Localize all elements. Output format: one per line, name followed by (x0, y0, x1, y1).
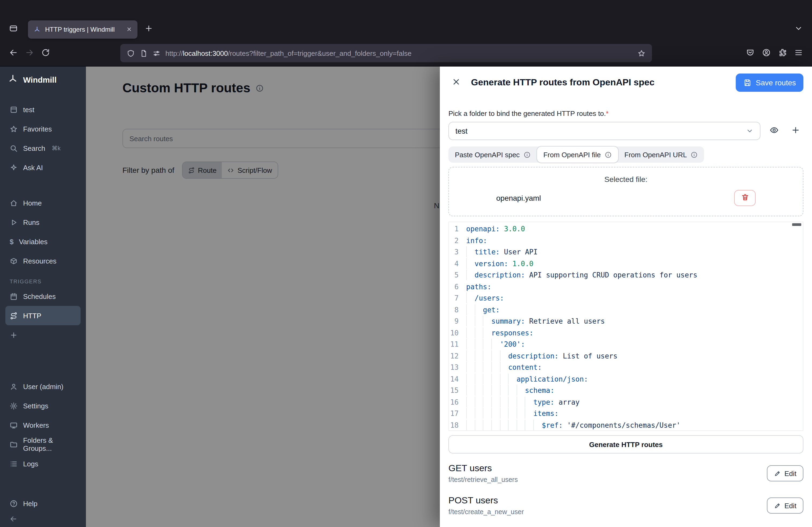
editor-scrollbar-thumb[interactable] (792, 223, 801, 226)
gear-icon (10, 402, 18, 410)
sidebar-item-schedules[interactable]: Schedules (5, 287, 81, 306)
pocket-button[interactable] (742, 45, 758, 61)
generate-routes-button[interactable]: Generate HTTP routes (448, 435, 803, 453)
code-line: 18$ref: '#/components/schemas/User' (449, 419, 803, 431)
code-editor[interactable]: 1openapi: 3.0.02info:3title: User API4ve… (448, 222, 803, 431)
monitor-icon (10, 421, 18, 429)
add-folder-button[interactable] (787, 123, 803, 139)
plus-icon (791, 125, 800, 136)
new-tab-button[interactable] (141, 21, 157, 37)
menu-button[interactable] (791, 45, 807, 61)
sidebar-item-variables[interactable]: $Variables (5, 232, 81, 251)
url-bar[interactable]: http://localhost:3000/routes?filter_path… (120, 44, 652, 62)
code-line: 14application/json: (449, 373, 803, 385)
cube-icon (10, 105, 18, 114)
folder-field-label: Pick a folder to bind the generated HTTP… (448, 109, 803, 118)
back-button[interactable] (5, 45, 21, 61)
boxes-icon (10, 257, 18, 265)
code-line: 2info: (449, 235, 803, 246)
remove-file-button[interactable] (734, 190, 756, 206)
sidebar-item-resources[interactable]: Resources (5, 251, 81, 270)
menu-icon (794, 48, 803, 58)
route-name: GET users (448, 463, 518, 474)
tab-list-button[interactable] (791, 21, 807, 37)
browser-tab[interactable]: HTTP triggers | Windmill (28, 20, 137, 39)
line-number: 5 (449, 269, 466, 281)
close-drawer-button[interactable] (448, 75, 463, 90)
screen: HTTP triggers | Windmill http://localhos… (0, 0, 812, 527)
plus-icon (144, 24, 153, 34)
extensions-button[interactable] (774, 45, 791, 61)
sidebar-collapse-button[interactable] (5, 513, 81, 527)
sidebar-item-label: Favorites (23, 125, 52, 133)
line-number: 3 (449, 246, 466, 258)
sidebar-item-search[interactable]: Search⌘k (5, 138, 81, 158)
edit-label: Edit (784, 501, 796, 510)
tab-close-icon[interactable] (126, 26, 132, 32)
firefox-view-button[interactable] (5, 21, 21, 37)
account-button[interactable] (758, 45, 774, 61)
line-number: 7 (449, 292, 466, 304)
search-icon (10, 144, 18, 152)
sidebar-nav-group: HomeRuns$VariablesResources (5, 193, 81, 270)
line-number: 16 (449, 396, 466, 408)
sidebar-item-home[interactable]: Home (5, 193, 81, 212)
sidebar-item-label: User (admin) (23, 382, 63, 390)
dollar-icon: $ (10, 238, 13, 245)
spec-tab-from-openapi-file[interactable]: From OpenAPI file (537, 147, 618, 163)
account-icon (762, 48, 771, 58)
code-lines: 1openapi: 3.0.02info:3title: User API4ve… (449, 223, 803, 431)
sidebar-item-test[interactable]: test (5, 100, 81, 119)
line-number: 4 (449, 258, 466, 269)
app-logo[interactable]: Windmill (5, 66, 81, 92)
route-row: GET usersf/test/retrieve_all_usersEdit (448, 458, 803, 490)
sidebar-item-label: Schedules (23, 292, 56, 300)
browser-toolbar: http://localhost:3000/routes?filter_path… (0, 41, 812, 66)
sidebar-item-http[interactable]: HTTP (5, 306, 81, 325)
selected-file-name: openapi.yaml (496, 194, 541, 202)
sidebar-item-runs[interactable]: Runs (5, 212, 81, 232)
code-line: 16type: array (449, 396, 803, 408)
spec-tab-paste-openapi-spec[interactable]: Paste OpenAPI spec (448, 147, 537, 163)
sidebar-item-label: Runs (23, 218, 40, 226)
sidebar-item-add[interactable] (5, 325, 81, 345)
code-line: 1openapi: 3.0.0 (449, 223, 803, 235)
shield-icon[interactable] (127, 49, 135, 57)
sidebar-item-logs[interactable]: Logs (5, 454, 81, 473)
eye-icon (769, 125, 779, 136)
forward-button[interactable] (21, 45, 38, 61)
pocket-icon (746, 48, 755, 58)
permissions-icon[interactable] (153, 49, 161, 57)
edit-route-button[interactable]: Edit (767, 465, 803, 481)
edit-route-button[interactable]: Edit (767, 497, 803, 514)
spec-tab-label: From OpenAPI URL (624, 151, 687, 159)
sidebar-item-user-admin[interactable]: User (admin) (5, 377, 81, 396)
plus-icon (10, 331, 18, 339)
line-number: 13 (449, 362, 466, 373)
reload-button[interactable] (38, 45, 54, 61)
line-number: 11 (449, 338, 466, 350)
bookmark-star-icon[interactable] (637, 49, 646, 57)
sidebar-item-help[interactable]: Help (5, 494, 81, 513)
save-routes-button[interactable]: Save routes (736, 74, 803, 92)
code-line: 13content: (449, 362, 803, 373)
spec-tab-from-openapi-url[interactable]: From OpenAPI URL (618, 147, 704, 163)
sidebar-item-label: Ask AI (23, 163, 43, 171)
window-titlebar (0, 0, 812, 18)
sidebar-triggers-group: SchedulesHTTP (5, 287, 81, 345)
sidebar-account-group: User (admin)SettingsWorkersFolders & Gro… (5, 377, 81, 473)
user-icon (10, 382, 18, 390)
sidebar-item-ask-ai[interactable]: Ask AI (5, 158, 81, 177)
close-icon (451, 77, 461, 88)
route-row: POST usersf/test/create_a_new_userEdit (448, 490, 803, 522)
sidebar-item-folders-groups[interactable]: Folders & Groups... (5, 435, 81, 454)
selected-file-row: openapi.yaml (449, 190, 803, 206)
code-line: 5description: API supporting CRUD operat… (449, 269, 803, 281)
sidebar-item-favorites[interactable]: Favorites (5, 119, 81, 138)
page-info-icon[interactable] (140, 49, 148, 57)
folder-icon (10, 440, 18, 448)
sidebar-item-workers[interactable]: Workers (5, 416, 81, 435)
view-folder-button[interactable] (766, 123, 782, 139)
folder-select[interactable]: test (448, 122, 760, 140)
sidebar-item-settings[interactable]: Settings (5, 396, 81, 416)
